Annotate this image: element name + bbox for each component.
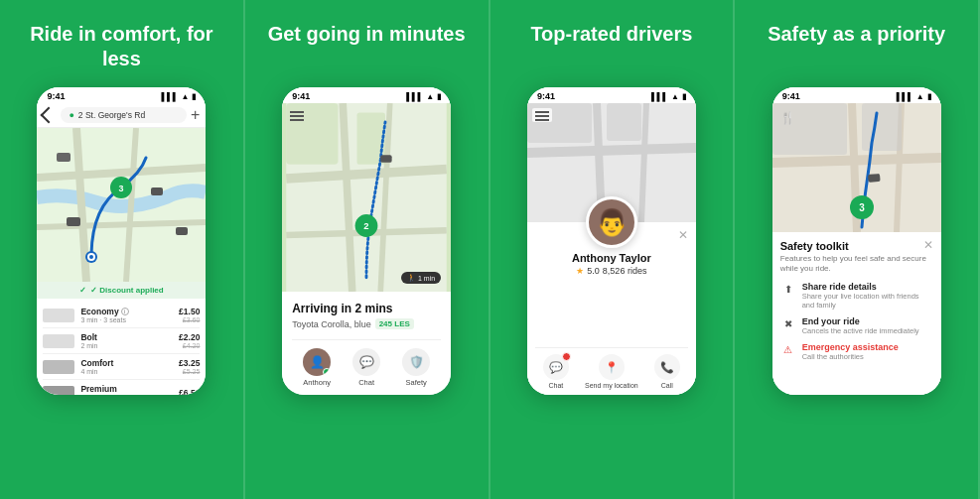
notification-badge	[562, 352, 571, 361]
status-bar-2: 9:41 ▌▌▌ ▲ ▮	[282, 87, 451, 103]
location-icon-3[interactable]: 📍 Send my location	[585, 354, 638, 389]
map-area-1: 3	[37, 128, 206, 282]
share-label: Share ride details	[802, 282, 933, 292]
premium-name: Premium	[80, 384, 173, 394]
close-button[interactable]: ✕	[678, 228, 688, 242]
hamburger-line-2	[290, 115, 304, 117]
economy-car-icon	[43, 309, 74, 322]
panel-safety: Safety as a priority 9:41 ▌▌▌ ▲ ▮	[735, 0, 980, 499]
hamburger-line-3-1	[535, 111, 549, 113]
ride-info-comfort: Comfort 4 min	[80, 358, 173, 375]
p3-bottom-icons: 💬 Chat 📍 Send my location 📞 Call	[535, 347, 688, 389]
driver-bottom-sheet: ✕ 👨 Anthony Taylor ★ 5.0 8,526 rides 💬	[527, 222, 696, 395]
rating-value: 5.0	[587, 266, 600, 276]
person-icon: 👤	[310, 355, 325, 369]
search-bar[interactable]: ● 2 St. George's Rd +	[37, 103, 206, 128]
signal-icon-2: ▌▌▌	[406, 92, 423, 101]
discount-bar: ✓ ✓ Discount applied	[37, 282, 206, 299]
battery-icon-4: ▮	[927, 92, 931, 101]
status-bar-3: 9:41 ▌▌▌ ▲ ▮	[527, 87, 696, 103]
hamburger-menu-3[interactable]	[535, 111, 549, 121]
emergency-text: Emergency assistance Call the authoritie…	[802, 342, 933, 361]
hamburger-line-3-2	[535, 115, 549, 117]
safety-icon-item[interactable]: 🛡️ Safety	[402, 348, 430, 387]
map-svg-4: 3	[772, 103, 941, 232]
ride-item-premium[interactable]: Premium 6 min £6.50	[43, 380, 200, 395]
ride-info-economy: Economy i 3 min · 3 seats	[80, 307, 173, 323]
svg-rect-21	[380, 155, 391, 163]
share-ride-item[interactable]: ⬆ Share ride details Share your live loc…	[780, 282, 933, 310]
status-bar-1: 9:41 ▌▌▌ ▲ ▮	[37, 87, 206, 103]
driver-label: Anthony	[303, 378, 331, 387]
emergency-desc: Call the authorities	[802, 352, 933, 361]
safety-toolkit-panel: ✕ Safety toolkit Features to help you fe…	[772, 232, 941, 395]
comfort-sub: 4 min	[80, 368, 173, 375]
wifi-icon: ▲	[181, 92, 189, 101]
phone-screen-1: 9:41 ▌▌▌ ▲ ▮ ● 2 St. George's Rd +	[37, 87, 206, 395]
close-toolkit-button[interactable]: ✕	[923, 238, 933, 252]
end-ride-item[interactable]: ✖ End your ride Cancels the active ride …	[780, 316, 933, 335]
phone-mockup-3: 9:41 ▌▌▌ ▲ ▮	[527, 87, 696, 395]
toolkit-subtitle: Features to help you feel safe and secur…	[780, 254, 933, 275]
status-icons-4: ▌▌▌ ▲ ▮	[897, 92, 931, 101]
safety-label: Safety	[405, 378, 426, 387]
search-field[interactable]: ● 2 St. George's Rd	[61, 107, 187, 123]
status-time-4: 9:41	[782, 91, 800, 101]
ride-info-bolt: Bolt 2 min	[80, 332, 173, 349]
ride-item-comfort[interactable]: Comfort 4 min £3.25 £5.25	[43, 354, 200, 380]
ride-item-economy[interactable]: Economy i 3 min · 3 seats £1.50 £3.60	[43, 303, 200, 328]
phone-screen-2: 9:41 ▌▌▌ ▲ ▮	[282, 87, 451, 395]
emergency-label: Emergency assistance	[802, 342, 933, 352]
call-icon-3[interactable]: 📞 Call	[654, 354, 680, 389]
hamburger-menu[interactable]	[290, 111, 304, 121]
chat-icon-item[interactable]: 💬 Chat	[352, 348, 380, 387]
bolt-sub: 2 min	[80, 342, 173, 349]
chat-icon-3[interactable]: 💬 Chat	[543, 354, 569, 389]
battery-icon: ▮	[192, 92, 196, 101]
end-ride-desc: Cancels the active ride immediately	[802, 326, 933, 335]
add-icon[interactable]: +	[191, 107, 200, 123]
status-time-2: 9:41	[292, 91, 310, 101]
arriving-sub: Toyota Corolla, blue 245 LES	[292, 318, 441, 329]
ride-list: Economy i 3 min · 3 seats £1.50 £3.60	[37, 299, 206, 395]
map-svg-2: 2	[282, 103, 451, 292]
walk-time: 1 min	[418, 275, 435, 282]
battery-icon-3: ▮	[682, 92, 686, 101]
phone-mockup-4: 9:41 ▌▌▌ ▲ ▮	[772, 87, 941, 395]
driver-icon-item[interactable]: 👤 Anthony	[303, 348, 331, 387]
call-label-3: Call	[661, 382, 673, 389]
toolkit-title: Safety toolkit	[780, 240, 933, 252]
hamburger-line-1	[290, 111, 304, 113]
panel-drivers: Top-rated drivers 9:41 ▌▌▌ ▲ ▮	[490, 0, 736, 499]
call-circle-3: 📞	[654, 354, 680, 380]
hamburger-line-3	[290, 119, 304, 121]
driver-avatar-small: 👤	[303, 348, 331, 376]
premium-car-icon	[43, 386, 74, 396]
status-icons-2: ▌▌▌ ▲ ▮	[406, 92, 441, 101]
chat-icon-circle: 💬	[352, 348, 380, 376]
panel4-title: Safety as a priority	[768, 22, 945, 73]
phone-screen-3: 9:41 ▌▌▌ ▲ ▮	[527, 87, 696, 395]
end-ride-label: End your ride	[802, 316, 933, 326]
end-ride-text: End your ride Cancels the active ride im…	[802, 316, 933, 335]
svg-rect-36	[862, 103, 902, 151]
status-time-3: 9:41	[537, 91, 555, 101]
driver-rating: ★ 5.0 8,526 rides	[576, 266, 646, 276]
walk-icon: 🚶	[407, 274, 416, 282]
phone-mockup-2: 9:41 ▌▌▌ ▲ ▮	[282, 87, 451, 395]
online-dot	[323, 368, 331, 376]
wifi-icon-3: ▲	[671, 92, 679, 101]
back-arrow-icon[interactable]	[41, 107, 58, 124]
svg-rect-29	[607, 103, 641, 141]
bolt-car-icon	[43, 334, 74, 348]
ride-item-bolt[interactable]: Bolt 2 min £2.20 £4.20	[43, 328, 200, 354]
emergency-item[interactable]: ⚠ Emergency assistance Call the authorit…	[780, 342, 933, 361]
ride-info-premium: Premium 6 min	[80, 384, 173, 395]
star-icon: ★	[576, 266, 584, 276]
chat-label-3: Chat	[549, 382, 564, 389]
phone-screen-4: 9:41 ▌▌▌ ▲ ▮	[772, 87, 941, 395]
map-area-2: 2 🚶 1 min	[282, 103, 451, 292]
map-svg-1: 3	[37, 128, 206, 282]
panel3-title: Top-rated drivers	[530, 22, 692, 73]
chat-label: Chat	[358, 378, 374, 387]
